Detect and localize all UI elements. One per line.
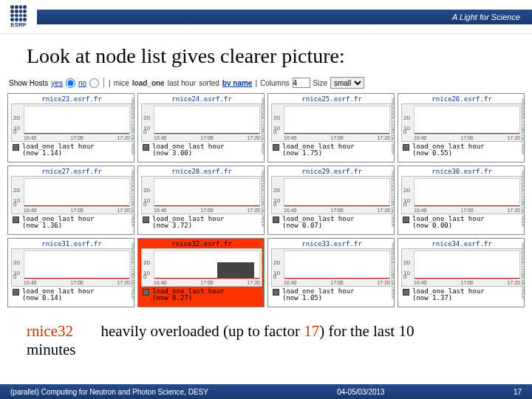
threshold-line [154, 205, 259, 206]
node-rnice29[interactable]: rnice29.esrf.fr2010016:4017:0017:20RRDTO… [267, 166, 395, 235]
load-chart: 2010016:4017:0017:20 [271, 248, 392, 287]
legend-swatch [143, 144, 149, 151]
rrdtool-credit: RRDTOOL / TOBI OETIKER [131, 98, 135, 154]
node-rnice23[interactable]: rnice23.esrf.fr2010016:4017:0017:20RRDTO… [7, 93, 134, 163]
legend-swatch [13, 144, 19, 151]
columns-label: Columns [260, 79, 289, 87]
chart-legend: load_one last hour(now 1.37) [401, 288, 522, 302]
chart-legend: load_one last hour(now 1.05) [271, 288, 392, 302]
ytick: 0 [13, 273, 16, 280]
legend-swatch [13, 216, 19, 223]
node-rnice31[interactable]: rnice31.esrf.fr2010016:4017:0017:20RRDTO… [7, 238, 134, 307]
size-select[interactable]: small [330, 77, 364, 89]
plot-area [414, 250, 520, 279]
sorted-label: sorted [199, 79, 219, 87]
node-rnice26[interactable]: rnice26.esrf.fr2010016:4017:0017:20RRDTO… [398, 93, 525, 163]
ytick: 0 [143, 129, 146, 135]
legend-swatch [273, 289, 279, 296]
chart-legend: load_one last hour(now 0.55) [401, 143, 522, 157]
rrdtool-credit: RRDTOOL / TOBI OETIKER [131, 243, 135, 299]
legend-text: load_one last hour(now 0.07) [282, 216, 355, 230]
xaxis: 16:4017:0017:20 [284, 280, 390, 286]
legend-text: load_one last hour(now 1.75) [282, 143, 355, 157]
ytick: 0 [143, 273, 146, 280]
xaxis: 16:4017:0017:20 [154, 208, 260, 214]
xaxis: 16:4017:0017:20 [284, 208, 390, 214]
ytick: 0 [403, 273, 406, 280]
caption-text-a: heavily overloaded (up to factor [101, 322, 304, 340]
ytick: 20 [273, 187, 280, 194]
load-chart: 2010016:4017:0017:20 [11, 248, 132, 287]
chart-legend: load_one last hour(now 0.14) [11, 288, 132, 302]
logo-dots-icon [10, 5, 27, 21]
plot-area [24, 106, 130, 134]
rrdtool-credit: RRDTOOL / TOBI OETIKER [521, 98, 525, 154]
xaxis: 16:4017:0017:20 [24, 208, 130, 214]
load-chart: 2010016:4017:0017:20 [271, 176, 392, 214]
threshold-line [24, 205, 129, 206]
header-bar: A Light for Science [37, 10, 532, 24]
xaxis: 16:4017:0017:20 [284, 135, 390, 141]
ytick: 0 [143, 201, 146, 208]
node-title: rnice25.esrf.fr [271, 95, 392, 103]
plot-area [284, 250, 390, 279]
node-rnice27[interactable]: rnice27.esrf.fr2010016:4017:0017:20RRDTO… [7, 166, 134, 235]
node-rnice28[interactable]: rnice28.esrf.fr2010016:4017:0017:20RRDTO… [137, 166, 265, 235]
ytick: 20 [13, 115, 20, 121]
esrf-logo: ESRF [0, 0, 37, 34]
sorted-by[interactable]: by name [222, 79, 253, 87]
slide-footer: (parallel) Computing for Neutron and Pho… [0, 384, 532, 399]
show-hosts-yes-radio[interactable] [66, 78, 75, 88]
chart-legend: load_one last hour(now 8.27) [141, 288, 262, 302]
columns-input[interactable] [293, 78, 310, 88]
chart-legend: load_one last hour(now 1.36) [11, 216, 132, 230]
logo-text: ESRF [10, 21, 26, 28]
caption: rnice32 minutes heavily overloaded (up t… [0, 310, 532, 359]
ytick: 20 [403, 115, 410, 121]
ytick: 0 [13, 129, 16, 135]
ytick: 0 [13, 201, 16, 208]
show-hosts-yes[interactable]: yes [51, 79, 63, 87]
plot-area [284, 178, 390, 207]
legend-text: load_one last hour(now 1.37) [412, 288, 485, 302]
threshold-line [284, 133, 389, 134]
legend-swatch [403, 216, 409, 223]
ytick: 0 [273, 201, 276, 208]
rrdtool-credit: RRDTOOL / TOBI OETIKER [261, 243, 265, 299]
threshold-line [415, 278, 519, 279]
ytick: 20 [13, 259, 20, 266]
metric-name: load_one [132, 79, 165, 87]
show-hosts-label: Show Hosts [9, 79, 48, 87]
node-rnice33[interactable]: rnice33.esrf.fr2010016:4017:0017:20RRDTO… [267, 238, 395, 307]
caption-line2: minutes [27, 341, 76, 359]
legend-swatch [143, 289, 149, 296]
plot-area [414, 106, 520, 134]
xaxis: 16:4017:0017:20 [24, 280, 130, 286]
legend-swatch [403, 289, 409, 296]
legend-text: load_one last hour(now 3.72) [152, 216, 225, 230]
rrdtool-credit: RRDTOOL / TOBI OETIKER [261, 171, 265, 227]
load-chart: 2010016:4017:0017:20 [401, 248, 522, 287]
node-title: rnice29.esrf.fr [271, 168, 392, 175]
show-hosts-no-radio[interactable] [89, 78, 99, 88]
node-rnice30[interactable]: rnice30.esrf.fr2010016:4017:0017:20RRDTO… [398, 166, 525, 235]
show-hosts-no[interactable]: no [78, 79, 86, 87]
load-chart: 2010016:4017:0017:20 [141, 248, 262, 287]
node-rnice32[interactable]: rnice32.esrf.fr2010016:4017:0017:20RRDTO… [137, 238, 265, 307]
node-title: rnice24.esrf.fr [141, 95, 262, 103]
node-title: rnice23.esrf.fr [11, 95, 132, 103]
node-rnice34[interactable]: rnice34.esrf.fr2010016:4017:0017:20RRDTO… [398, 238, 525, 307]
legend-text: load_one last hour(now 0.00) [412, 216, 485, 230]
rrdtool-credit: RRDTOOL / TOBI OETIKER [131, 171, 135, 227]
caption-text-b: ) for the last 10 [319, 322, 414, 340]
threshold-line [284, 278, 389, 279]
divider [103, 78, 104, 88]
range-label: last hour [168, 79, 196, 87]
threshold-line [284, 205, 389, 206]
xaxis: 16:4017:0017:20 [414, 280, 520, 286]
node-rnice25[interactable]: rnice25.esrf.fr2010016:4017:0017:20RRDTO… [267, 93, 395, 163]
node-rnice24[interactable]: rnice24.esrf.fr2010016:4017:0017:20RRDTO… [137, 93, 265, 163]
plot-area [154, 106, 260, 134]
pipe2: | [255, 79, 257, 87]
xaxis: 16:4017:0017:20 [24, 135, 130, 141]
